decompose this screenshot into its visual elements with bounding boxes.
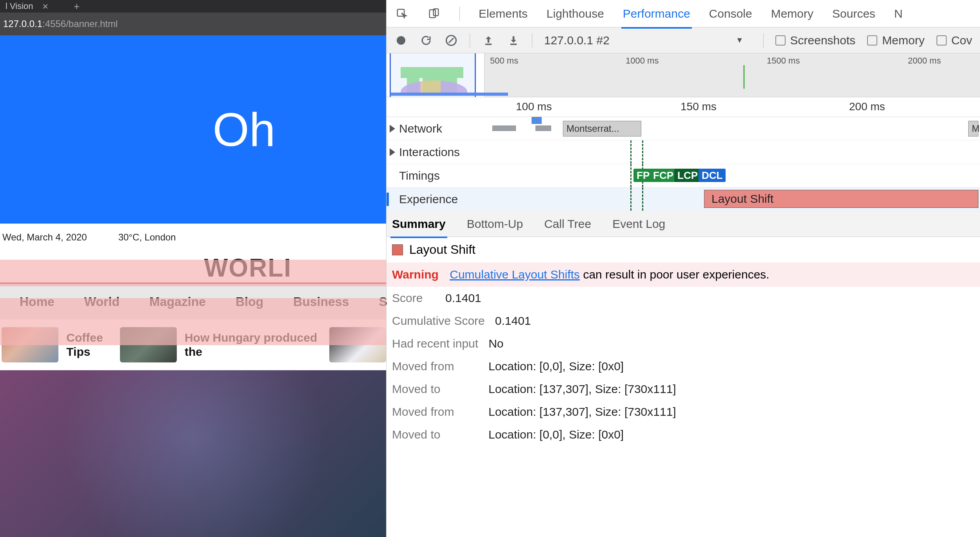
page-date: Wed, March 4, 2020 — [2, 232, 87, 243]
network-bar[interactable] — [492, 126, 516, 131]
tab-call-tree[interactable]: Call Tree — [544, 217, 591, 231]
device-toggle-icon[interactable] — [427, 7, 441, 20]
separator — [532, 33, 532, 47]
timing-pill-lcp[interactable]: LCP — [674, 169, 701, 182]
timing-marker-line — [630, 187, 632, 211]
network-bar[interactable] — [532, 117, 542, 124]
banner-text: Oh — [212, 102, 275, 157]
detail-value: Location: [0,0], Size: [0x0] — [488, 428, 624, 441]
ruler-tick: 100 ms — [516, 100, 552, 113]
separator — [470, 33, 470, 47]
svg-point-3 — [397, 36, 405, 45]
warning-text: can result in poor user experiences. — [580, 268, 769, 281]
memory-label: Memory — [882, 34, 924, 47]
network-bar[interactable]: Montserrat... — [563, 121, 641, 137]
separator — [459, 7, 460, 21]
page-banner: Oh — [0, 35, 386, 224]
reload-icon[interactable] — [419, 34, 433, 47]
info-bar: Wed, March 4, 2020 30°C, London — [0, 224, 386, 251]
timing-marker-line — [642, 187, 643, 211]
ruler-tick: 2000 ms — [908, 56, 941, 66]
hero-image — [0, 370, 386, 537]
coverage-checkbox[interactable]: Cov — [936, 34, 972, 47]
panel-elements[interactable]: Elements — [479, 7, 528, 20]
detail-row: Moved fromLocation: [0,0], Size: [0x0] — [387, 355, 980, 378]
track-label: Network — [399, 122, 442, 135]
track-label: Timings — [399, 169, 440, 182]
detail-row: Cumulative Score0.1401 — [387, 309, 980, 332]
record-icon[interactable] — [394, 34, 408, 47]
ruler-tick: 500 ms — [490, 56, 518, 66]
detail-value: No — [488, 337, 503, 350]
track-timings[interactable]: Timings FP FCP LCP DCL — [387, 164, 980, 187]
detail-key: Cumulative Score — [392, 314, 485, 328]
coverage-label: Cov — [951, 34, 972, 47]
network-bar[interactable] — [535, 126, 551, 131]
overview-ruler: 500 ms 1000 ms 1500 ms 2000 ms — [485, 53, 980, 97]
panel-sources[interactable]: Sources — [832, 7, 875, 20]
layout-shift-bar[interactable]: Layout Shift — [704, 190, 978, 208]
detail-value: Location: [0,0], Size: [0x0] — [488, 360, 624, 373]
timing-marker-line — [630, 140, 632, 164]
detail-title-text: Layout Shift — [409, 242, 475, 257]
network-bar[interactable]: M — [968, 121, 978, 137]
track-experience[interactable]: Experience Layout Shift — [387, 187, 980, 211]
detail-row: Score0.1401 — [387, 287, 980, 309]
detail-swatch — [392, 244, 403, 255]
tab-event-log[interactable]: Event Log — [612, 217, 665, 231]
page-weather: 30°C, London — [118, 232, 176, 243]
browser-tab[interactable]: l Vision — [2, 1, 36, 11]
rendered-page: l Vision × + 127.0.0.1:4556/banner.html … — [0, 0, 386, 537]
panel-more[interactable]: N — [894, 7, 903, 20]
ruler-tick: 150 ms — [681, 100, 717, 113]
performance-toolbar: 127.0.0.1 #2 ▼ Screenshots Memory Cov — [387, 27, 980, 53]
detail-value: Location: [137,307], Size: [730x111] — [488, 382, 676, 396]
download-icon[interactable] — [507, 34, 520, 47]
detail-title: Layout Shift — [387, 237, 980, 262]
tab-summary[interactable]: Summary — [392, 217, 446, 231]
track-interactions[interactable]: Interactions — [387, 140, 980, 164]
recording-select[interactable]: 127.0.0.1 #2 ▼ — [544, 34, 751, 47]
timing-pill-dcl[interactable]: DCL — [699, 169, 726, 182]
devtools: Elements Lighthouse Performance Console … — [386, 0, 980, 537]
screenshots-checkbox[interactable]: Screenshots — [775, 34, 856, 47]
cls-link[interactable]: Cumulative Layout Shifts — [450, 268, 580, 281]
inspect-icon[interactable] — [395, 7, 408, 20]
clear-icon[interactable] — [445, 34, 458, 47]
flame-ruler: 100 ms 150 ms 200 ms — [387, 97, 980, 117]
panel-memory[interactable]: Memory — [771, 7, 813, 20]
timing-marker-line — [630, 164, 632, 187]
tab-bottom-up[interactable]: Bottom-Up — [467, 217, 523, 231]
track-label: Interactions — [399, 146, 460, 159]
panel-lighthouse[interactable]: Lighthouse — [546, 7, 604, 20]
memory-checkbox[interactable]: Memory — [867, 34, 924, 47]
detail-row: Had recent inputNo — [387, 332, 980, 355]
overview-minimap[interactable] — [387, 53, 485, 97]
expand-icon[interactable] — [390, 125, 395, 133]
url-host: 127.0.0.1 — [3, 18, 42, 29]
screenshots-label: Screenshots — [790, 34, 856, 47]
track-label: Experience — [399, 193, 458, 206]
panel-console[interactable]: Console — [709, 7, 752, 20]
ruler-tick: 1000 ms — [626, 56, 659, 66]
devtools-panel-tabs: Elements Lighthouse Performance Console … — [387, 0, 980, 27]
track-network[interactable]: Network Montserrat... M — [387, 117, 980, 140]
detail-key: Moved to — [392, 382, 478, 396]
details-tabs: Summary Bottom-Up Call Tree Event Log — [387, 211, 980, 237]
address-bar[interactable]: 127.0.0.1:4556/banner.html — [0, 13, 386, 35]
upload-icon[interactable] — [482, 34, 495, 47]
ruler-tick: 1500 ms — [767, 56, 800, 66]
svg-rect-5 — [485, 44, 492, 45]
layout-shift-overlay — [0, 260, 386, 286]
detail-warning: Warning Cumulative Layout Shifts can res… — [387, 262, 980, 287]
detail-row: Moved toLocation: [137,307], Size: [730x… — [387, 378, 980, 400]
expand-icon[interactable] — [390, 148, 395, 156]
recording-select-label: 127.0.0.1 #2 — [544, 34, 610, 47]
timing-pill-fcp[interactable]: FCP — [650, 169, 677, 182]
timeline-overview[interactable]: 500 ms 1000 ms 1500 ms 2000 ms — [387, 53, 980, 97]
detail-key: Moved from — [392, 360, 478, 373]
close-icon[interactable]: × — [40, 0, 51, 12]
panel-performance[interactable]: Performance — [623, 7, 690, 20]
new-tab-icon[interactable]: + — [71, 0, 83, 12]
selected-range[interactable] — [390, 53, 476, 97]
